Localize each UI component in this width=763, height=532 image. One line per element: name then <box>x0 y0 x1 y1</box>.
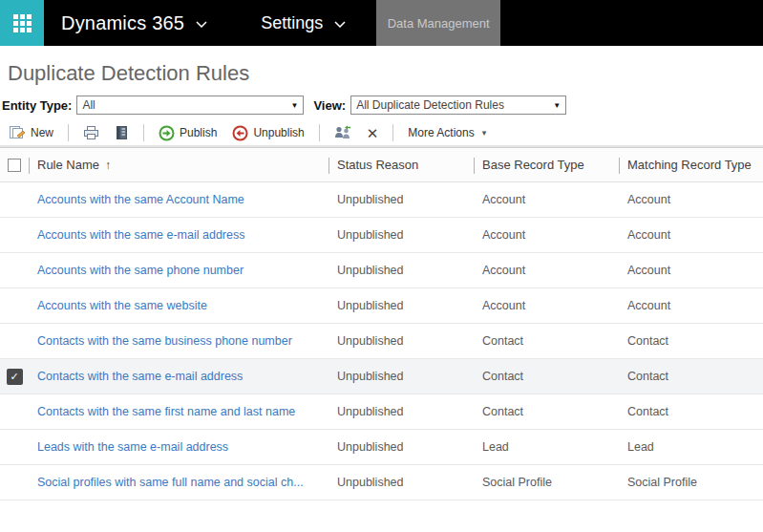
publish-button[interactable]: Publish <box>154 123 222 143</box>
top-nav: Dynamics 365 Settings Data Management <box>0 0 763 46</box>
view-label: View: <box>313 98 346 113</box>
page-title: Duplicate Detection Rules <box>0 46 763 94</box>
row-checkbox-cell[interactable] <box>0 465 29 500</box>
base-record-type-cell: Account <box>474 299 619 312</box>
matching-record-type-cell: Lead <box>619 440 763 454</box>
dropdown-arrow-icon: ▼ <box>553 101 561 110</box>
settings-label: Settings <box>261 13 323 33</box>
view-select[interactable]: All Duplicate Detection Rules ▼ <box>350 96 566 115</box>
base-record-type-cell: Account <box>474 264 619 277</box>
entity-type-select[interactable]: All ▼ <box>76 96 304 115</box>
column-separator <box>29 158 30 174</box>
table-row[interactable]: Leads with the same e-mail addressUnpubl… <box>0 430 763 465</box>
report-button[interactable] <box>110 123 134 142</box>
chevron-down-icon <box>334 21 346 28</box>
base-record-type-cell: Contact <box>474 334 619 348</box>
matching-record-type-cell: Contact <box>619 334 763 348</box>
rule-name-link[interactable]: Accounts with the same e-mail address <box>37 228 244 242</box>
row-checkbox-checked[interactable]: ✓ <box>7 369 23 385</box>
dropdown-arrow-icon: ▼ <box>291 101 299 110</box>
rule-name-cell: Contacts with the same e-mail address <box>29 370 329 383</box>
new-button[interactable]: New <box>4 123 58 142</box>
select-all-checkbox[interactable] <box>8 159 21 172</box>
app-launcher-button[interactable] <box>0 0 44 46</box>
base-record-type-cell: Contact <box>474 405 619 418</box>
status-reason-cell: Unpublished <box>329 440 474 454</box>
base-record-type-cell: Lead <box>474 440 619 454</box>
row-checkbox-cell[interactable] <box>0 394 29 429</box>
table-row[interactable]: Accounts with the same phone numberUnpub… <box>0 253 763 288</box>
table-row[interactable]: ✓Contacts with the same e-mail addressUn… <box>0 359 763 394</box>
table-row[interactable]: Accounts with the same e-mail addressUnp… <box>0 218 763 253</box>
chevron-down-icon: ▾ <box>482 128 487 138</box>
rule-name-link[interactable]: Leads with the same e-mail address <box>37 440 228 454</box>
status-reason-cell: Unpublished <box>329 370 474 383</box>
status-reason-cell: Unpublished <box>329 334 474 348</box>
base-record-type-cell: Social Profile <box>474 476 619 489</box>
table-row[interactable]: Contacts with the same first name and la… <box>0 394 763 430</box>
status-reason-cell: Unpublished <box>329 264 474 277</box>
rule-name-link[interactable]: Social profiles with same full name and … <box>37 476 304 489</box>
status-reason-cell: Unpublished <box>329 228 474 242</box>
row-checkbox-cell[interactable]: ✓ <box>0 359 29 394</box>
toolbar-separator <box>68 124 69 141</box>
column-separator <box>619 158 620 174</box>
unpublish-icon <box>232 125 248 141</box>
rule-name-link[interactable]: Accounts with the same phone number <box>37 264 244 277</box>
row-checkbox-cell[interactable] <box>0 253 29 287</box>
delete-icon: ✕ <box>367 126 379 140</box>
column-header-status-reason[interactable]: Status Reason <box>329 148 474 181</box>
matching-record-type-cell: Contact <box>619 405 763 418</box>
rule-name-link[interactable]: Accounts with the same Account Name <box>37 193 244 206</box>
report-icon <box>115 125 129 140</box>
nav-settings[interactable]: Settings <box>247 0 359 46</box>
nav-dynamics365[interactable]: Dynamics 365 <box>44 0 221 46</box>
sort-ascending-icon: ↑ <box>105 159 111 172</box>
base-record-type-cell: Contact <box>474 370 619 383</box>
table-row[interactable]: Accounts with the same Account NameUnpub… <box>0 182 763 218</box>
matching-record-type-cell: Contact <box>619 370 763 383</box>
rule-name-cell: Accounts with the same Account Name <box>29 193 329 206</box>
rules-grid: Rule Name ↑ Status Reason Base Record Ty… <box>0 147 763 531</box>
grid-footer <box>0 500 763 531</box>
column-header-matching-record-type[interactable]: Matching Record Type <box>619 148 763 181</box>
row-checkbox-cell[interactable] <box>0 218 29 252</box>
rule-name-link[interactable]: Contacts with the same business phone nu… <box>37 334 292 348</box>
rule-name-link[interactable]: Contacts with the same first name and la… <box>37 405 295 418</box>
publish-label: Publish <box>180 126 217 139</box>
delete-button[interactable]: ✕ <box>362 124 384 142</box>
data-management-label: Data Management <box>388 16 490 31</box>
table-row[interactable]: Contacts with the same business phone nu… <box>0 324 763 359</box>
new-record-icon <box>9 125 26 140</box>
status-reason-cell: Unpublished <box>329 299 474 312</box>
column-header-rule-name[interactable]: Rule Name ↑ <box>29 148 329 181</box>
rule-name-link[interactable]: Accounts with the same website <box>37 299 207 312</box>
matching-record-type-cell: Social Profile <box>619 476 763 489</box>
row-checkbox-cell[interactable] <box>0 182 29 217</box>
rule-name-cell: Accounts with the same e-mail address <box>29 228 329 242</box>
table-row[interactable]: Accounts with the same websiteUnpublishe… <box>0 288 763 324</box>
nav-data-management[interactable]: Data Management <box>376 0 500 46</box>
unpublish-button[interactable]: Unpublish <box>227 123 308 143</box>
rule-name-cell: Leads with the same e-mail address <box>29 440 329 454</box>
row-checkbox-cell[interactable] <box>0 430 29 464</box>
more-actions-label: More Actions <box>408 126 474 139</box>
rule-name-cell: Social profiles with same full name and … <box>29 476 329 489</box>
print-button[interactable] <box>78 123 104 142</box>
view-value: All Duplicate Detection Rules <box>356 98 504 112</box>
matching-record-type-cell: Account <box>619 193 763 206</box>
filter-bar: Entity Type: All ▼ View: All Duplicate D… <box>0 94 763 120</box>
unpublish-label: Unpublish <box>253 126 304 139</box>
matching-record-type-cell: Account <box>619 228 763 242</box>
column-header-base-record-type[interactable]: Base Record Type <box>474 148 619 181</box>
more-actions-button[interactable]: More Actions ▾ <box>403 124 491 141</box>
table-row[interactable]: Social profiles with same full name and … <box>0 465 763 500</box>
rule-name-link[interactable]: Contacts with the same e-mail address <box>37 370 243 383</box>
assign-icon <box>334 125 351 140</box>
row-checkbox-cell[interactable] <box>0 324 29 358</box>
assign-button[interactable] <box>329 123 356 142</box>
row-checkbox-cell[interactable] <box>0 288 29 323</box>
status-reason-cell: Unpublished <box>329 405 474 418</box>
grid-toolbar: New Publish Unpublish <box>0 120 763 147</box>
grid-header-row: Rule Name ↑ Status Reason Base Record Ty… <box>0 147 763 182</box>
